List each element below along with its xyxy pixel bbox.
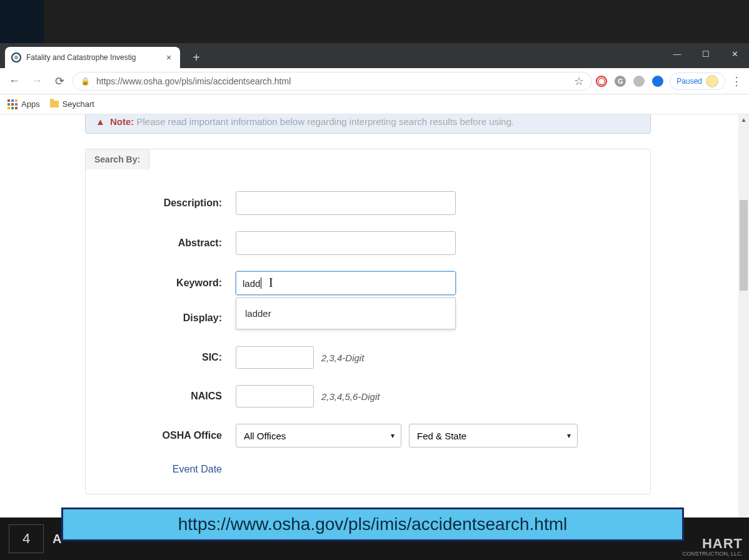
text-cursor-icon: I [269,276,273,290]
logo-text-sub: CONSTRUCTION, LLC. [682,551,743,558]
row-description: Description: [86,191,650,215]
row-event-date: Event Date [86,464,650,475]
back-button[interactable]: ← [5,72,24,91]
url-field[interactable]: 🔒 https://www.osha.gov/pls/imis/accident… [73,72,592,91]
page-content[interactable]: ▲ Note: Please read important informatio… [0,114,738,560]
autocomplete-option-ladder[interactable]: ladder [236,299,455,328]
label-keyword: Keyword: [86,278,236,289]
lock-icon: 🔒 [81,77,90,86]
url-text: https://www.osha.gov/pls/imis/accidentse… [96,76,568,86]
close-tab-icon[interactable]: × [164,52,174,62]
logo-text-main: HART [682,536,743,551]
slide-number: 4 [9,524,44,553]
page-viewport: ▲ Note: Please read important informatio… [0,114,749,560]
avatar-icon [706,75,718,88]
scroll-up-button[interactable]: ▲ [738,114,749,125]
note-text-post: regarding interpreting search results be… [304,116,514,127]
desktop-background-top [0,0,749,43]
input-description[interactable] [236,191,456,215]
folder-icon [50,101,59,108]
row-naics: NAICS 2,3,4,5,6-Digit [86,385,650,408]
scroll-thumb[interactable] [740,200,748,291]
keyword-autocomplete: ladder [236,298,456,329]
paused-label: Paused [676,77,702,86]
overlay-url-banner: https://www.osha.gov/pls/imis/accidentse… [61,508,684,541]
address-bar: ← → ⟳ 🔒 https://www.osha.gov/pls/imis/ac… [0,68,749,94]
label-osha-office: OSHA Office [86,430,236,441]
input-keyword[interactable]: ladd I [236,271,456,295]
text-caret [261,278,261,289]
select-osha-office[interactable]: All Offices [236,424,401,448]
extension-icons: ◯ G [596,76,666,87]
row-abstract: Abstract: [86,231,650,255]
bookmark-star-icon[interactable]: ☆ [574,74,584,88]
search-by-tab: Search By: [85,149,149,169]
profile-paused-chip[interactable]: Paused [670,72,725,90]
label-display: Display: [86,312,236,324]
note-link[interactable]: read important information below [168,116,304,127]
chrome-menu-button[interactable]: ⋮ [729,74,744,88]
label-naics: NAICS [86,391,236,402]
input-abstract[interactable] [236,231,456,255]
hint-sic: 2,3,4-Digit [321,352,364,363]
select-office-value: All Offices [244,431,286,441]
footer-logo: HART CONSTRUCTION, LLC. [682,536,743,558]
input-naics[interactable] [236,385,314,408]
label-abstract: Abstract: [86,238,236,249]
apps-label: Apps [21,99,40,109]
extension-icon-g[interactable]: G [615,76,626,87]
forward-button[interactable]: → [28,72,46,91]
apps-shortcut[interactable]: Apps [8,99,40,109]
label-event-date[interactable]: Event Date [86,464,236,475]
maximize-button[interactable]: ☐ [691,43,720,64]
bookmark-item-seychart[interactable]: Seychart [50,99,94,109]
browser-tab-active[interactable]: Fatality and Catastrophe Investig × [5,47,180,68]
hint-naics: 2,3,4,5,6-Digit [321,391,380,402]
bookmark-label: Seychart [63,99,94,109]
label-sic: SIC: [86,352,236,363]
extension-icon-blue-dot[interactable] [652,76,663,87]
window-controls: — ☐ ✕ [663,43,749,64]
note-label: Note: [110,116,134,127]
favicon-icon [11,52,21,62]
row-sic: SIC: 2,3,4-Digit [86,346,650,369]
new-tab-button[interactable]: + [188,49,205,66]
reload-button[interactable]: ⟳ [50,72,69,91]
extension-icon-grey-dot[interactable] [633,76,645,87]
search-panel: Search By: Description: Abstract: Keywor… [85,149,651,494]
tab-strip: Fatality and Catastrophe Investig × + — … [0,43,749,68]
close-window-button[interactable]: ✕ [720,43,749,64]
note-text-pre: Please [137,116,168,127]
apps-grid-icon [8,99,18,109]
keyword-value: ladd [243,278,260,289]
input-sic[interactable] [236,346,314,369]
extension-icon-red-hex[interactable]: ◯ [596,76,607,87]
browser-window: Fatality and Catastrophe Investig × + — … [0,43,749,560]
row-osha-office: OSHA Office All Offices Fed & State [86,424,650,448]
desktop-background-corner [0,0,44,43]
tab-title: Fatality and Catastrophe Investig [26,53,159,62]
select-jurisdiction-value: Fed & State [417,431,466,441]
warning-icon: ▲ [96,116,105,127]
row-keyword: Keyword: ladd I ladder [86,271,650,295]
label-description: Description: [86,198,236,209]
select-jurisdiction[interactable]: Fed & State [409,424,578,448]
vertical-scrollbar[interactable]: ▲ ▼ [738,114,749,560]
note-banner: ▲ Note: Please read important informatio… [85,114,651,134]
minimize-button[interactable]: — [663,43,691,64]
bookmarks-bar: Apps Seychart [0,94,749,114]
